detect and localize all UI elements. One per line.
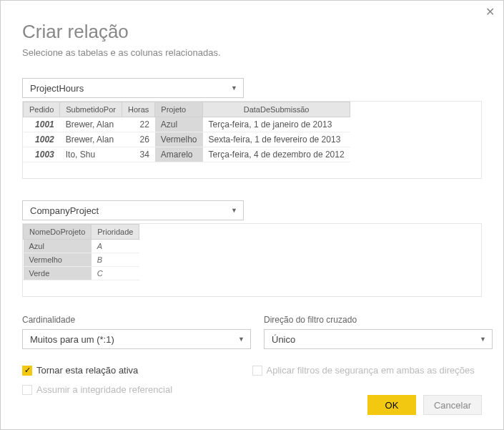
- cardinality-value: Muitos para um (*:1): [30, 334, 114, 345]
- active-relationship-checkbox-row[interactable]: ✓ Tornar esta relação ativa: [22, 365, 252, 376]
- col-submetidopor[interactable]: SubmetidoPor: [60, 102, 122, 117]
- table-row: 1002 Brewer, Alan 26 Vermelho Sexta-feir…: [24, 132, 350, 147]
- dialog-subtitle: Selecione as tabelas e as colunas relaci…: [22, 47, 482, 58]
- ok-button[interactable]: OK: [367, 395, 416, 415]
- table2-preview: NomeDoProjeto Prioridade Azul A Vermelho…: [22, 223, 482, 297]
- crossfilter-dropdown[interactable]: Único ▼: [264, 329, 493, 349]
- table-row: 1003 Ito, Shu 34 Amarelo Terça-feira, 4 …: [24, 147, 350, 162]
- chevron-down-icon: ▼: [238, 336, 244, 343]
- checkbox-empty-icon: [252, 366, 262, 376]
- assume-integrity-label: Assumir a integridade referencial: [36, 384, 172, 395]
- checkbox-checked-icon: ✓: [22, 366, 32, 376]
- active-relationship-label: Tornar esta relação ativa: [36, 365, 138, 376]
- table1-dropdown-value: ProjectHours: [30, 83, 84, 94]
- table2-grid: NomeDoProjeto Prioridade Azul A Vermelho…: [23, 224, 139, 280]
- close-icon[interactable]: ✕: [485, 6, 495, 18]
- col-datadesubmissao[interactable]: DataDeSubmissão: [203, 102, 350, 117]
- table-row: Vermelho B: [24, 253, 139, 267]
- table1-dropdown[interactable]: ProjectHours ▼: [22, 78, 244, 98]
- chevron-down-icon: ▼: [231, 84, 237, 92]
- cardinality-dropdown[interactable]: Muitos para um (*:1) ▼: [22, 329, 251, 349]
- dialog-title: Criar relação: [22, 21, 482, 43]
- crossfilter-label: Direção do filtro cruzado: [264, 315, 493, 325]
- cardinality-label: Cardinalidade: [22, 315, 251, 325]
- cancel-button[interactable]: Cancelar: [423, 395, 482, 415]
- assume-integrity-checkbox-row: Assumir a integridade referencial: [22, 384, 252, 395]
- table-row: Azul A: [24, 240, 139, 253]
- table1-grid: Pedido SubmetidoPor Horas Projeto DataDe…: [23, 102, 350, 162]
- options-row: Cardinalidade Muitos para um (*:1) ▼ Dir…: [22, 315, 482, 352]
- col-projeto[interactable]: Projeto: [155, 102, 203, 117]
- security-filter-label: Aplicar filtros de segurança em ambas as…: [267, 365, 475, 376]
- col-pedido[interactable]: Pedido: [24, 102, 60, 117]
- crossfilter-value: Único: [272, 334, 295, 345]
- col-horas[interactable]: Horas: [122, 102, 154, 117]
- table2-dropdown[interactable]: CompanyProject ▼: [22, 200, 244, 220]
- table-row: 1001 Brewer, Alan 22 Azul Terça-feira, 1…: [24, 117, 350, 132]
- table1-preview: Pedido SubmetidoPor Horas Projeto DataDe…: [22, 101, 482, 179]
- col-prioridade[interactable]: Prioridade: [92, 225, 139, 240]
- table2-dropdown-value: CompanyProject: [30, 205, 99, 216]
- table2-header-row: NomeDoProjeto Prioridade: [24, 225, 139, 240]
- checkbox-empty-icon: [22, 385, 32, 395]
- dialog-footer: OK Cancelar: [367, 395, 482, 415]
- col-nomedoprojeto[interactable]: NomeDoProjeto: [24, 225, 92, 240]
- security-filter-checkbox-row: Aplicar filtros de segurança em ambas as…: [252, 365, 483, 376]
- chevron-down-icon: ▼: [480, 336, 486, 343]
- table-row: Verde C: [24, 267, 139, 280]
- chevron-down-icon: ▼: [231, 207, 237, 214]
- create-relationship-dialog: ✕ Criar relação Selecione as tabelas e a…: [0, 0, 504, 430]
- table1-header-row: Pedido SubmetidoPor Horas Projeto DataDe…: [24, 102, 350, 117]
